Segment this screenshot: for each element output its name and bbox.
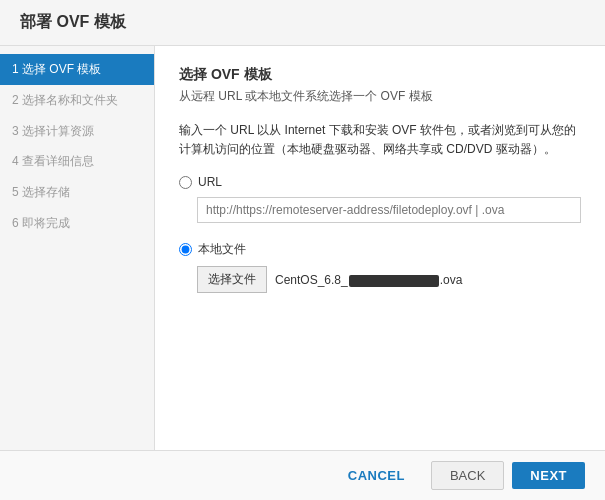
url-radio[interactable] [179, 176, 192, 189]
section-subtitle: 从远程 URL 或本地文件系统选择一个 OVF 模板 [179, 88, 581, 105]
cancel-button[interactable]: CANCEL [330, 462, 423, 489]
source-radio-group: URL 本地文件 选择文件 CentOS_6.8_.ova [179, 175, 581, 293]
redacted-filename [349, 275, 439, 287]
description-text: 输入一个 URL 以从 Internet 下载和安装 OVF 软件包，或者浏览到… [179, 121, 581, 159]
local-file-radio-option[interactable]: 本地文件 [179, 241, 581, 258]
dialog-title: 部署 OVF 模板 [0, 0, 605, 46]
choose-file-button[interactable]: 选择文件 [197, 266, 267, 293]
url-radio-option[interactable]: URL [179, 175, 581, 189]
file-name-display: CentOS_6.8_.ova [275, 273, 462, 287]
sidebar-item-5: 5 选择存储 [0, 177, 154, 208]
deploy-ovf-dialog: 部署 OVF 模板 1 选择 OVF 模板 2 选择名称和文件夹 3 选择计算资… [0, 0, 605, 500]
local-file-radio-label: 本地文件 [198, 241, 246, 258]
section-title: 选择 OVF 模板 [179, 66, 581, 84]
url-radio-label: URL [198, 175, 222, 189]
dialog-body: 1 选择 OVF 模板 2 选择名称和文件夹 3 选择计算资源 4 查看详细信息… [0, 46, 605, 450]
sidebar-item-6: 6 即将完成 [0, 208, 154, 239]
main-content: 选择 OVF 模板 从远程 URL 或本地文件系统选择一个 OVF 模板 输入一… [155, 46, 605, 450]
back-button[interactable]: BACK [431, 461, 504, 490]
sidebar-item-1[interactable]: 1 选择 OVF 模板 [0, 54, 154, 85]
sidebar-item-4: 4 查看详细信息 [0, 146, 154, 177]
url-input[interactable] [197, 197, 581, 223]
sidebar: 1 选择 OVF 模板 2 选择名称和文件夹 3 选择计算资源 4 查看详细信息… [0, 46, 155, 450]
local-file-radio[interactable] [179, 243, 192, 256]
sidebar-item-3: 3 选择计算资源 [0, 116, 154, 147]
local-file-row: 选择文件 CentOS_6.8_.ova [197, 266, 581, 293]
next-button[interactable]: NEXT [512, 462, 585, 489]
sidebar-item-2: 2 选择名称和文件夹 [0, 85, 154, 116]
dialog-footer: CANCEL BACK NEXT [0, 450, 605, 500]
